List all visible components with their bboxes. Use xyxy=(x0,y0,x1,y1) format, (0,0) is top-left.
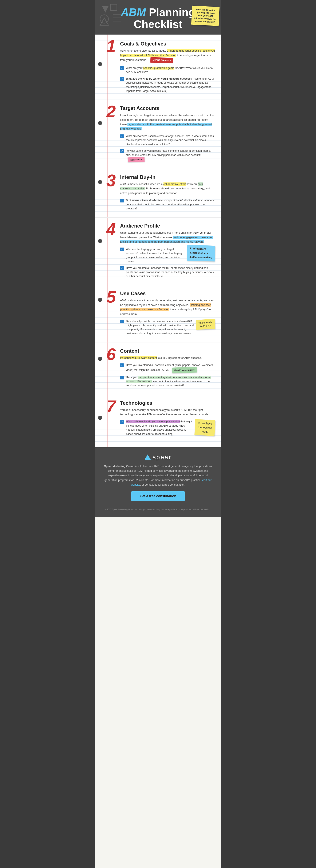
cta-wrapper: Get a free consultation xyxy=(103,491,213,505)
footer-body: Spear Marketing Group is a full-service … xyxy=(103,464,213,487)
section-5: 5 Use Cases ABM is about more than simpl… xyxy=(95,285,221,343)
check-text-4-1: Who are the buying groups at your target… xyxy=(126,247,184,264)
checkbox-4-2[interactable]: ✓ xyxy=(120,266,124,270)
list-critical-badge: list is critical xyxy=(128,157,145,162)
checkbox-6-1[interactable]: ✓ xyxy=(120,364,124,367)
notebook-body: 1 Goals & Objectives ABM is not a one-si… xyxy=(95,35,221,447)
check-text-4-2: Have you created a "message matrix" or o… xyxy=(126,266,215,278)
footer: spear Spear Marketing Group is a full-se… xyxy=(95,447,221,517)
section-2-check-1: ✓ What criteria were used to create a ta… xyxy=(120,134,215,147)
checkbox-3-1[interactable]: ✓ xyxy=(120,199,124,203)
check-text-3-1: Do the executive and sales teams support… xyxy=(126,198,215,211)
section-3-title: Internal Buy-In xyxy=(120,174,215,180)
check-text-1-1: What are your specific, quantifiable goa… xyxy=(126,66,215,74)
section-2-check-2: ✓ To what extent do you already have com… xyxy=(120,149,215,162)
section-1-check-1: ✓ What are your specific, quantifiable g… xyxy=(120,66,215,74)
section-6-title: Content xyxy=(120,348,215,354)
check-text-7-1: What technologies do you have in place t… xyxy=(126,420,193,436)
check-text-2-1: What criteria were used to create a targ… xyxy=(126,134,215,147)
section-2-title: Target Accounts xyxy=(120,105,215,111)
website-link[interactable]: visit our website xyxy=(131,478,212,486)
checkbox-6-2[interactable]: ✓ xyxy=(120,376,124,379)
checkbox-4-1[interactable]: ✓ xyxy=(120,248,124,251)
header-decorations xyxy=(98,2,123,28)
section-7: 7 Technologies You don't necessarily nee… xyxy=(95,395,221,447)
section-4-title: Audience Profile xyxy=(120,223,215,229)
section-7-check-1: ✓ What technologies do you have in place… xyxy=(120,420,193,436)
section-7-title: Technologies xyxy=(120,400,215,406)
identify-gaps-note: identify content gaps xyxy=(172,367,197,373)
section-3-number: 3 xyxy=(106,172,116,189)
influencers-note: 1. influencers2. stakeholders3. decision… xyxy=(187,245,215,261)
check-text-2-2: To what extent do you already have compl… xyxy=(126,149,215,162)
check-text-6-1: Have you inventoried all possible conten… xyxy=(126,363,215,373)
section-2-body: It's not enough that target accounts are… xyxy=(120,113,215,131)
section-1-title: Goals & Objectives xyxy=(120,41,215,47)
section-5-title: Use Cases xyxy=(120,290,215,297)
spear-logo: spear xyxy=(103,454,213,461)
header-sticky-note: Have you taken the right steps to make s… xyxy=(191,6,220,26)
define-success-badge: Define success xyxy=(150,57,173,63)
checkbox-5-1[interactable]: ✓ xyxy=(120,319,124,323)
section-3-check-1: ✓ Do the executive and sales teams suppo… xyxy=(120,198,215,211)
where-abm-note: where else is ABM a fit? xyxy=(196,319,215,330)
checkbox-7-1[interactable]: ✓ xyxy=(120,420,124,424)
section-2-number: 2 xyxy=(106,103,116,120)
tech-note: do we have the tech we need? xyxy=(194,419,215,436)
section-6-number: 6 xyxy=(106,346,116,363)
section-7-body: You don't necessarily need technology to… xyxy=(120,408,215,417)
spear-triangle-icon xyxy=(145,455,151,460)
section-4-check-2: ✓ Have you created a "message matrix" or… xyxy=(120,266,215,278)
header: ABM PlanningChecklist Have you taken the… xyxy=(95,0,221,35)
section-3: 3 Internal Buy-In ABM is most successful… xyxy=(95,169,221,218)
section-4-number: 4 xyxy=(106,221,116,238)
section-4: 4 Audience Profile Understanding your ta… xyxy=(95,218,221,285)
checkbox-1-2[interactable]: ✓ xyxy=(120,77,124,81)
copyright: ©2017 Spear Marketing Group Inc. All rig… xyxy=(103,508,213,511)
section-1-number: 1 xyxy=(106,38,116,55)
section-5-number: 5 xyxy=(106,288,116,305)
brand-name: spear xyxy=(153,454,171,461)
section-6-body: Personalized, relevant content is a key … xyxy=(120,355,215,360)
section-5-check-row: ✓ Describe all possible use cases or sce… xyxy=(120,319,215,338)
section-7-number: 7 xyxy=(106,398,116,415)
section-1-check-2: ✓ What are the KPIs by which you'll meas… xyxy=(120,77,215,93)
checkbox-1-1[interactable]: ✓ xyxy=(120,66,124,70)
checkbox-2-2[interactable]: ✓ xyxy=(120,149,124,153)
section-1: 1 Goals & Objectives ABM is not a one-si… xyxy=(95,35,221,100)
abm-label: ABM xyxy=(121,6,146,18)
section-2: 2 Target Accounts It's not enough that t… xyxy=(95,100,221,169)
section-5-body: ABM is about more than simply penetratin… xyxy=(120,298,215,316)
svg-point-5 xyxy=(100,15,108,23)
check-text-1-2: What are the KPIs by which you'll measur… xyxy=(126,77,215,93)
section-1-body: ABM is not a one-size-fits-all strategy.… xyxy=(120,49,215,63)
section-6: 6 Content Personalized, relevant content… xyxy=(95,343,221,395)
section-4-body: Understanding your target audience is ev… xyxy=(120,230,215,244)
section-5-check-1: ✓ Describe all possible use cases or sce… xyxy=(120,319,194,336)
section-6-check-2: ✓ Have you mapped that content against p… xyxy=(120,375,215,388)
section-6-check-1: ✓ Have you inventoried all possible cont… xyxy=(120,363,215,373)
section-3-body: ABM is most successful when it's a colla… xyxy=(120,182,215,195)
check-text-5-1: Describe all possible use cases or scena… xyxy=(126,319,194,336)
svg-marker-0 xyxy=(102,6,108,13)
checkbox-2-1[interactable]: ✓ xyxy=(120,134,124,138)
section-4-check-1: ✓ Who are the buying groups at your targ… xyxy=(120,247,184,264)
check-text-6-2: Have you mapped that content against per… xyxy=(126,375,215,388)
cta-button[interactable]: Get a free consultation xyxy=(131,491,185,501)
section-7-check-row: ✓ What technologies do you have in place… xyxy=(120,420,215,439)
svg-rect-1 xyxy=(110,4,117,10)
